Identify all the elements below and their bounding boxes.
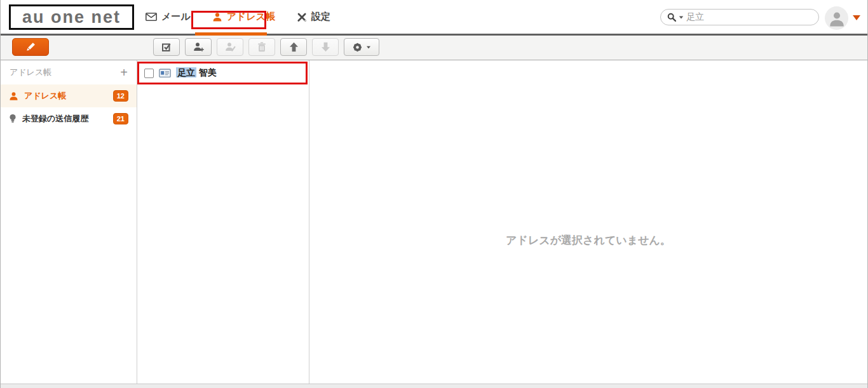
delete-icon: [257, 42, 266, 52]
tab-mail-label: メール: [161, 11, 191, 23]
search-match-highlight: 足立: [176, 67, 196, 77]
search-box: [660, 9, 819, 25]
count-badge: 12: [113, 90, 128, 102]
mail-icon: [146, 13, 157, 21]
header: au one net メール アドレス帳 設定: [1, 0, 867, 36]
contact-checkbox[interactable]: [144, 69, 154, 78]
select-all-icon: [161, 42, 172, 52]
sidebar-item-label: アドレス帳: [24, 90, 66, 102]
pencil-icon: [25, 41, 36, 53]
edit-contact-icon: [225, 42, 236, 52]
add-addressbook-button[interactable]: +: [120, 66, 128, 79]
search-scope-caret-icon[interactable]: [679, 16, 683, 18]
tab-mail[interactable]: メール: [138, 11, 198, 23]
sidebar-item-addressbook[interactable]: アドレス帳 12: [1, 84, 137, 107]
person-icon: [9, 91, 18, 101]
empty-state-message: アドレスが選択されていません。: [309, 233, 867, 248]
main-content: アドレス帳 + アドレス帳 12 未登録の送信履歴 21 足立智美 アドレスが: [1, 60, 867, 384]
contact-name: 足立智美: [176, 67, 217, 79]
search-input[interactable]: [686, 12, 812, 22]
window-bottom-edge: [1, 384, 867, 388]
add-contact-button[interactable]: [185, 38, 212, 56]
primary-nav: メール アドレス帳 設定: [138, 0, 338, 34]
move-up-button[interactable]: [280, 38, 307, 56]
contact-list: 足立智美: [137, 60, 309, 384]
contact-detail-panel: アドレスが選択されていません。: [309, 60, 867, 384]
avatar[interactable]: [825, 6, 848, 30]
tools-icon: [297, 12, 307, 22]
tab-addressbook[interactable]: アドレス帳: [205, 11, 283, 23]
au-one-net-webmail-window: au one net メール アドレス帳 設定: [0, 0, 868, 388]
move-up-icon: [288, 42, 299, 52]
gear-menu-caret-icon: [367, 46, 370, 48]
add-contact-icon: [193, 42, 204, 52]
edit-contact-button[interactable]: [217, 38, 243, 56]
delete-button[interactable]: [248, 38, 275, 56]
tab-settings[interactable]: 設定: [289, 11, 338, 23]
move-down-icon: [320, 42, 331, 52]
lightbulb-icon: [9, 114, 17, 124]
list-toolbar-buttons: [153, 38, 379, 56]
sidebar-item-unregistered-history[interactable]: 未登録の送信履歴 21: [1, 107, 137, 130]
active-tab-underline: [195, 32, 267, 36]
sidebar: アドレス帳 + アドレス帳 12 未登録の送信履歴 21: [1, 60, 137, 384]
avatar-silhouette-icon: [829, 11, 845, 27]
toolbar: [1, 36, 867, 60]
search-icon: [667, 13, 676, 22]
compose-button[interactable]: [12, 38, 49, 56]
logo[interactable]: au one net: [9, 4, 134, 30]
sidebar-item-label: 未登録の送信履歴: [22, 113, 88, 124]
tab-addressbook-label: アドレス帳: [227, 11, 275, 23]
move-down-button[interactable]: [312, 38, 339, 56]
select-all-button[interactable]: [153, 38, 180, 56]
contact-card-icon: [159, 69, 171, 78]
contact-first-name: 智美: [199, 67, 217, 77]
sidebar-group-header: アドレス帳 +: [1, 60, 137, 84]
sidebar-group-title: アドレス帳: [10, 67, 51, 78]
account-menu-caret-icon[interactable]: [853, 15, 860, 20]
tab-settings-label: 設定: [311, 11, 330, 23]
list-settings-button[interactable]: [344, 38, 379, 56]
person-icon: [212, 12, 222, 22]
settings-gear-icon: [352, 42, 363, 53]
contact-row[interactable]: 足立智美: [137, 62, 308, 84]
count-badge: 21: [113, 113, 128, 124]
